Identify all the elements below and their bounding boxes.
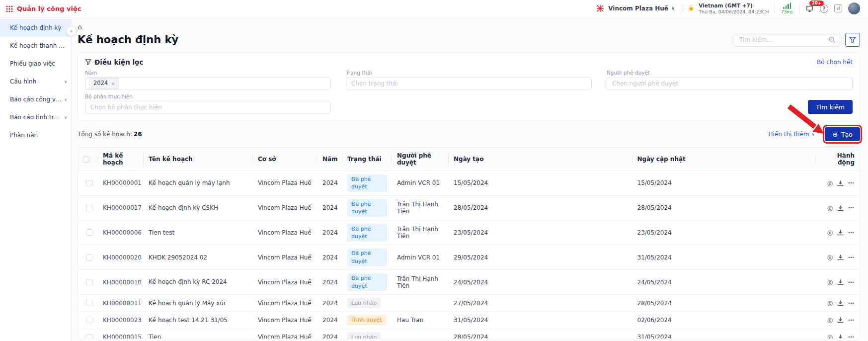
table-row[interactable]: KH00000023 Kế hoạch test 14.21 31/05 Vin… (78, 312, 860, 329)
plan-status-cell: Lưu nháp (342, 295, 392, 311)
search-input[interactable] (738, 36, 826, 44)
sidebar-item-ke-hoach-thanh-kiem-tra[interactable]: Kế hoạch thanh kiểm tra chất... (0, 37, 71, 55)
more-actions-icon[interactable]: ⋯ (848, 205, 855, 211)
plan-status-cell: Đã phê duyệt (342, 221, 392, 245)
download-icon[interactable] (837, 180, 844, 186)
create-button[interactable]: ⊕ Tạo (825, 127, 860, 141)
select-all-checkbox[interactable] (83, 156, 89, 163)
row-actions: ◎ ⋯ (816, 226, 860, 239)
more-actions-icon[interactable]: ⋯ (848, 300, 855, 306)
download-icon[interactable] (837, 254, 844, 260)
row-checkbox[interactable] (86, 254, 92, 260)
notifications-button[interactable]: 20+ (805, 4, 814, 13)
show-more-link[interactable]: Hiển thị thêm ∨ (769, 131, 815, 138)
row-checkbox-cell (78, 276, 98, 289)
breadcrumb: ⌂ (78, 22, 860, 32)
view-icon[interactable]: ◎ (827, 254, 833, 260)
plan-created-date: 23/05/2024 (449, 226, 632, 239)
language-switcher[interactable]: vi (834, 4, 842, 12)
row-checkbox[interactable] (86, 205, 92, 211)
filter-toggle-button[interactable] (845, 33, 860, 47)
tag-close-icon[interactable]: × (111, 80, 115, 87)
sidebar-item-ke-hoach-dinh-ky[interactable]: Kế hoạch định kỳ (0, 19, 71, 37)
table-row[interactable]: KH00000020 KHDK 29052024 02 Vincom Plaza… (78, 245, 860, 270)
sidebar-item-phan-nan[interactable]: Phàn nàn (0, 126, 71, 144)
year-field-label: Năm (85, 70, 331, 76)
plan-updated-date: 31/05/2024 (632, 331, 816, 339)
approver-select[interactable] (611, 80, 848, 87)
plan-updated-date: 02/06/2024 (632, 313, 816, 327)
row-checkbox[interactable] (86, 279, 92, 285)
more-actions-icon[interactable]: ⋯ (848, 255, 855, 260)
row-actions: ◎ ⋯ (816, 276, 860, 289)
sidebar-item-cau-hinh[interactable]: Cấu hình ∨ (0, 73, 71, 90)
view-icon[interactable]: ◎ (827, 300, 833, 306)
more-actions-icon[interactable]: ⋯ (848, 180, 855, 186)
view-icon[interactable]: ◎ (827, 334, 833, 339)
table-row[interactable]: KH00000017 Kế hoạch định kỳ CSKH Vincom … (78, 196, 860, 221)
view-icon[interactable]: ◎ (827, 229, 833, 236)
download-icon[interactable] (837, 300, 844, 306)
total-plans-value: 26 (134, 131, 142, 138)
download-icon[interactable] (837, 205, 844, 211)
download-icon[interactable] (837, 334, 844, 339)
plan-code: KH00000010 (98, 275, 144, 289)
row-actions: ◎ ⋯ (816, 314, 860, 327)
table-row[interactable]: KH00000006 Tien test Vincom Plaza Huế 20… (78, 221, 860, 246)
row-actions: ◎ ⋯ (816, 176, 860, 189)
plan-name: Kế hoạch quản lý Máy xúc (144, 296, 253, 310)
view-icon[interactable]: ◎ (827, 205, 833, 211)
plan-year: 2024 (317, 201, 342, 215)
row-checkbox[interactable] (86, 317, 92, 323)
sidebar-item-bao-cao-tinh-trang[interactable]: Báo cáo tình trạng thực hiện ∨ (0, 108, 71, 126)
sidebar-item-bao-cao-cong-viec[interactable]: Báo cáo công việc ∨ (0, 90, 71, 108)
home-icon[interactable]: ⌂ (78, 23, 82, 31)
plan-name: KHDK 29052024 02 (144, 250, 253, 264)
download-icon[interactable] (837, 229, 844, 236)
header-site: Cơ sở (253, 151, 317, 167)
table-row[interactable]: KH00000015 Tien Vincom Plaza Huế 2024 Lư… (78, 329, 860, 339)
row-actions: ◎ ⋯ (816, 201, 860, 214)
more-actions-icon[interactable]: ⋯ (848, 334, 855, 339)
funnel-icon (85, 59, 91, 65)
row-checkbox[interactable] (86, 334, 92, 339)
app-grid-icon[interactable] (6, 5, 13, 12)
plans-table: Mã kế hoạch Tên kế hoạch Cơ sở Năm Trạng… (78, 147, 860, 339)
department-select[interactable] (89, 103, 326, 111)
year-multiselect[interactable]: 2024 × (85, 77, 331, 90)
more-actions-icon[interactable]: ⋯ (848, 279, 855, 285)
user-avatar[interactable] (848, 2, 860, 14)
sidebar-item-phieu-giao-viec[interactable]: Phiếu giao việc (0, 55, 71, 73)
site-selector[interactable]: Vincom Plaza Huế ∨ (595, 4, 675, 12)
header-year: Năm (317, 151, 342, 167)
table-row[interactable]: KH00000001 Kế hoạch quản lý máy lạnh Vin… (78, 171, 860, 196)
row-checkbox-cell (78, 314, 98, 327)
plan-year: 2024 (317, 275, 342, 289)
status-field-label: Trạng thái (346, 70, 592, 76)
row-checkbox[interactable] (86, 180, 92, 186)
status-badge: Đã phê duyệt (347, 199, 387, 217)
status-select[interactable] (350, 80, 587, 87)
row-checkbox[interactable] (86, 300, 92, 306)
download-icon[interactable] (837, 279, 844, 285)
header-status: Trạng thái (342, 151, 392, 167)
download-icon[interactable] (837, 317, 844, 323)
plan-year: 2024 (317, 251, 342, 264)
network-signal-icon (783, 2, 791, 9)
timezone-datetime: Thứ Ba, 04/06/2024, 04:23CH (699, 9, 769, 15)
sidebar-collapse-button[interactable]: « (66, 26, 77, 36)
table-row[interactable]: KH00000011 Kế hoạch quản lý Máy xúc Vinc… (78, 295, 860, 312)
row-checkbox[interactable] (86, 229, 92, 236)
table-row[interactable]: KH00000010 Kế hoạch định kỳ RC 2024 Vinc… (78, 270, 860, 295)
plan-code: KH00000001 (98, 176, 144, 190)
view-icon[interactable]: ◎ (827, 279, 833, 285)
search-icon[interactable] (829, 36, 836, 43)
filter-search-button[interactable]: Tìm kiếm (808, 100, 853, 114)
more-actions-icon[interactable]: ⋯ (848, 230, 855, 236)
view-icon[interactable]: ◎ (827, 180, 833, 186)
chevron-down-icon: ∨ (64, 97, 67, 102)
plan-site: Vincom Plaza Huế (253, 331, 317, 339)
view-icon[interactable]: ◎ (827, 317, 833, 323)
clear-all-link[interactable]: Bỏ chọn hết (817, 59, 853, 66)
more-actions-icon[interactable]: ⋯ (848, 317, 855, 323)
